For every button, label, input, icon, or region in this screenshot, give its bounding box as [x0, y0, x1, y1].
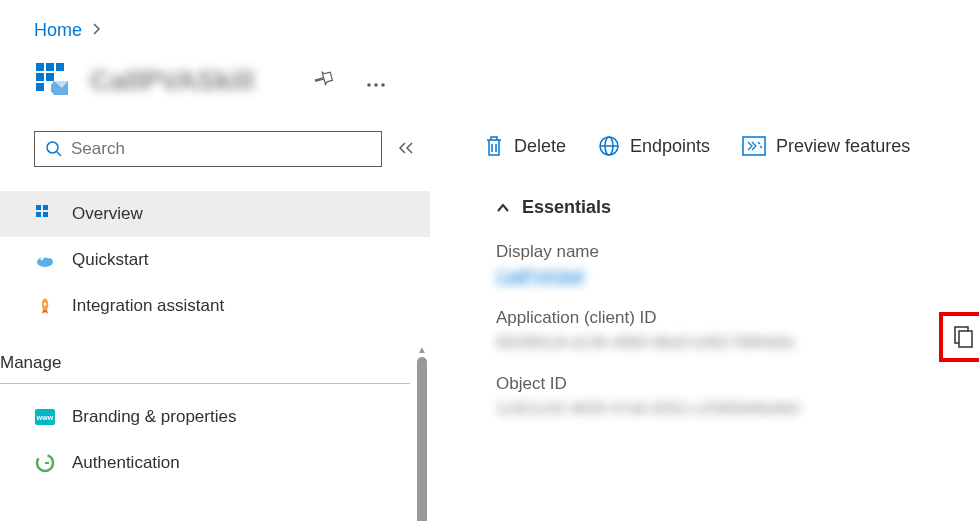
sidebar-item-label: Quickstart — [72, 250, 149, 270]
svg-point-10 — [381, 83, 385, 87]
scrollbar-thumb[interactable] — [417, 357, 427, 521]
svg-rect-16 — [43, 212, 48, 217]
overview-icon — [34, 203, 56, 225]
svg-rect-15 — [36, 212, 41, 217]
sidebar-section-manage: Manage — [0, 329, 410, 384]
breadcrumb: Home — [0, 0, 979, 51]
display-name-label: Display name — [496, 242, 979, 262]
chevron-right-icon — [92, 22, 102, 40]
app-id-label: Application (client) ID — [496, 308, 979, 328]
object-id-block: Object ID 1c821c02-4630-47a5-8252-c25858… — [484, 374, 979, 418]
pin-icon[interactable] — [306, 69, 342, 94]
svg-point-17 — [37, 257, 53, 267]
svg-point-11 — [47, 142, 58, 153]
toolbar-label: Delete — [514, 136, 566, 157]
svg-rect-1 — [46, 63, 54, 71]
trash-icon — [484, 135, 504, 157]
scrollbar-arrow-up-icon[interactable]: ▲ — [416, 343, 428, 355]
sidebar-item-label: Overview — [72, 204, 143, 224]
copy-app-id-highlight — [939, 312, 979, 362]
sidebar-item-label: Integration assistant — [72, 296, 224, 316]
scrollbar[interactable]: ▲ — [416, 343, 428, 521]
toolbar: Delete Endpoints Preview features — [484, 135, 979, 157]
search-input[interactable] — [71, 139, 371, 159]
object-id-value: 1c821c02-4630-47a5-8252-c2585846b4b0 — [496, 400, 979, 418]
app-registration-icon — [34, 61, 74, 101]
svg-rect-5 — [36, 83, 44, 91]
app-id-value: 692892c8-d136-4060-86d3-b381798f4d0c — [496, 334, 979, 352]
svg-point-8 — [367, 83, 371, 87]
display-name-value[interactable]: CallPVASkill — [496, 268, 979, 286]
svg-rect-26 — [959, 331, 972, 347]
preview-icon — [742, 136, 766, 156]
sidebar-item-branding[interactable]: www Branding & properties — [0, 394, 430, 440]
svg-point-18 — [44, 303, 47, 306]
object-id-label: Object ID — [496, 374, 979, 394]
svg-rect-0 — [36, 63, 44, 71]
chevron-up-icon — [496, 203, 510, 213]
preview-features-button[interactable]: Preview features — [742, 136, 910, 157]
branding-icon: www — [34, 406, 56, 428]
rocket-icon — [34, 295, 56, 317]
toolbar-label: Endpoints — [630, 136, 710, 157]
collapse-sidebar-icon[interactable] — [398, 139, 414, 160]
display-name-block: Display name CallPVASkill — [484, 242, 979, 286]
main-content: Delete Endpoints Preview features Essent… — [430, 131, 979, 486]
quickstart-icon — [34, 249, 56, 271]
essentials-toggle[interactable]: Essentials — [484, 197, 979, 218]
svg-rect-4 — [46, 73, 54, 81]
sidebar-item-authentication[interactable]: Authentication — [0, 440, 430, 486]
more-icon[interactable] — [358, 70, 394, 93]
globe-icon — [598, 135, 620, 157]
search-box[interactable] — [34, 131, 382, 167]
svg-rect-13 — [36, 205, 41, 210]
sidebar-item-label: Branding & properties — [72, 407, 236, 427]
sidebar-item-integration-assistant[interactable]: Integration assistant — [0, 283, 430, 329]
svg-text:www: www — [36, 414, 54, 421]
endpoints-button[interactable]: Endpoints — [598, 135, 710, 157]
sidebar: Overview Quickstart Integration assistan… — [0, 131, 430, 486]
svg-rect-3 — [36, 73, 44, 81]
svg-rect-2 — [56, 63, 64, 71]
breadcrumb-home-link[interactable]: Home — [34, 20, 82, 41]
app-id-block: Application (client) ID 692892c8-d136-40… — [484, 308, 979, 352]
sidebar-item-quickstart[interactable]: Quickstart — [0, 237, 430, 283]
toolbar-label: Preview features — [776, 136, 910, 157]
essentials-title: Essentials — [522, 197, 611, 218]
svg-rect-14 — [43, 205, 48, 210]
sidebar-item-overview[interactable]: Overview — [0, 191, 430, 237]
svg-point-9 — [374, 83, 378, 87]
page-header: CallPVASkill — [0, 51, 979, 131]
svg-line-12 — [57, 152, 61, 156]
sidebar-item-label: Authentication — [72, 453, 180, 473]
page-title: CallPVASkill — [90, 65, 290, 97]
delete-button[interactable]: Delete — [484, 135, 566, 157]
authentication-icon — [34, 452, 56, 474]
svg-rect-25 — [743, 137, 765, 155]
search-icon — [45, 140, 63, 158]
copy-icon[interactable] — [953, 325, 975, 349]
